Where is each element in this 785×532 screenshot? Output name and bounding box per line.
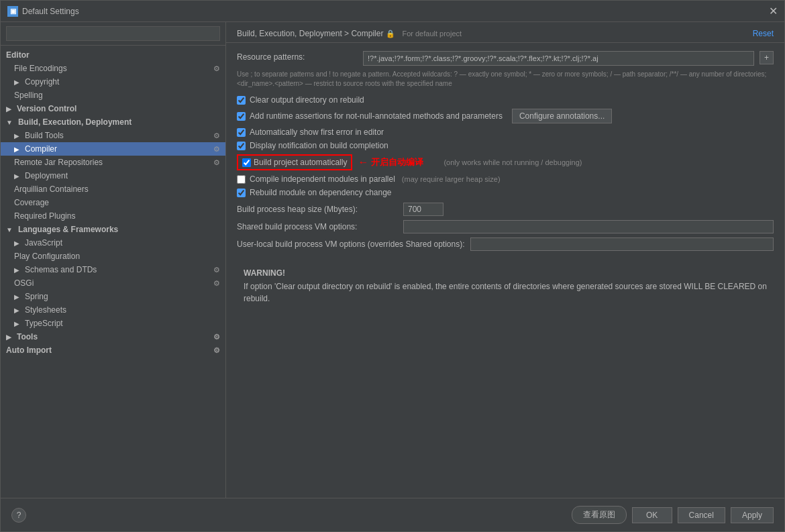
resource-patterns-browse-button[interactable]: + xyxy=(760,51,774,64)
bottom-right: 查看原图 OK Cancel Apply xyxy=(572,506,774,524)
expand-lang-icon: ▼ xyxy=(6,226,13,233)
resource-patterns-hint: Use ; to separate patterns and ! to nega… xyxy=(237,70,774,89)
heap-size-label: Build process heap size (Mbytes): xyxy=(237,205,398,214)
compile-parallel-label: Compile independent modules in parallel xyxy=(250,174,395,184)
expand-compiler-icon: ▶ xyxy=(14,146,19,153)
view-original-button[interactable]: 查看原图 xyxy=(572,506,627,524)
osgi-icon: ⚙ xyxy=(213,279,220,288)
help-button[interactable]: ? xyxy=(11,508,26,523)
display-notification-checkbox[interactable] xyxy=(237,142,246,150)
sidebar-item-typescript[interactable]: ▶ TypeScript xyxy=(1,317,225,330)
clear-output-row: Clear output directory on rebuild xyxy=(237,95,774,105)
window-title: Default Settings xyxy=(22,7,79,16)
ok-button[interactable]: OK xyxy=(632,507,672,523)
for-default-label: For default project xyxy=(402,30,462,38)
sidebar-item-required-plugins[interactable]: Required Plugins xyxy=(1,209,225,223)
expand-vc-icon: ▶ xyxy=(6,105,11,113)
build-auto-box: Build project automatically xyxy=(237,154,352,170)
configure-annotations-button[interactable]: Configure annotations... xyxy=(512,109,612,123)
clear-output-checkbox[interactable] xyxy=(237,96,246,105)
expand-copyright-icon: ▶ xyxy=(14,78,19,86)
build-auto-row: Build project automatically ← 开启自动编译 (on… xyxy=(237,154,774,170)
reset-button[interactable]: Reset xyxy=(753,29,774,38)
auto-show-error-row: Automatically show first error in editor xyxy=(237,127,774,137)
schemas-icon: ⚙ xyxy=(213,266,220,274)
build-auto-checkbox[interactable] xyxy=(242,158,251,167)
sidebar-item-languages[interactable]: ▼ Languages & Frameworks xyxy=(1,223,225,236)
sidebar-item-remote-jar[interactable]: Remote Jar Repositories ⚙ xyxy=(1,156,225,169)
sidebar-item-version-control[interactable]: ▶ Version Control xyxy=(1,102,225,115)
expand-js-icon: ▶ xyxy=(14,240,19,247)
sidebar-item-coverage[interactable]: Coverage xyxy=(1,196,225,209)
expand-ts-icon: ▶ xyxy=(14,320,19,327)
sidebar-item-osgi[interactable]: OSGi ⚙ xyxy=(1,276,225,290)
sidebar-item-schemas-dtds[interactable]: ▶ Schemas and DTDs ⚙ xyxy=(1,263,225,276)
heap-size-input[interactable] xyxy=(403,203,443,216)
heap-size-row: Build process heap size (Mbytes): xyxy=(237,203,774,216)
display-notification-label: Display notification on build completion xyxy=(250,141,388,150)
sidebar-item-tools[interactable]: ▶ Tools ⚙ xyxy=(1,330,225,343)
sidebar-item-auto-import[interactable]: Auto Import ⚙ xyxy=(1,343,225,357)
rebuild-module-checkbox[interactable] xyxy=(237,189,246,197)
shared-vm-input[interactable] xyxy=(403,220,774,233)
main-window: ▣ Default Settings ✕ Editor File Encodin… xyxy=(0,0,785,532)
content-area: Editor File Encodings ⚙ ▶ Copyright xyxy=(1,22,784,498)
apply-button[interactable]: Apply xyxy=(731,507,774,523)
build-tools-icon: ⚙ xyxy=(213,131,220,140)
breadcrumb: Build, Execution, Deployment > Compiler xyxy=(237,29,383,38)
display-notification-row: Display notification on build completion xyxy=(237,141,774,150)
auto-show-error-label: Automatically show first error in editor xyxy=(250,127,384,137)
sidebar-item-copyright[interactable]: ▶ Copyright xyxy=(1,75,225,89)
title-bar: ▣ Default Settings ✕ xyxy=(1,1,784,22)
sidebar-item-deployment[interactable]: ▶ Deployment xyxy=(1,169,225,182)
bottom-bar: ? 查看原图 OK Cancel Apply xyxy=(1,498,784,531)
sidebar-item-compiler[interactable]: ▶ Compiler ⚙ xyxy=(1,142,225,156)
add-runtime-row: Add runtime assertions for not-null-anno… xyxy=(237,109,774,123)
compile-parallel-row: Compile independent modules in parallel … xyxy=(237,174,774,184)
build-auto-side-note: (only works while not running / debuggin… xyxy=(443,158,582,166)
expand-bt-icon: ▶ xyxy=(14,132,19,140)
clear-output-label: Clear output directory on rebuild xyxy=(250,95,364,105)
sidebar-item-arquillian[interactable]: Arquillian Containers xyxy=(1,182,225,196)
lock-icon: 🔒 xyxy=(386,30,395,38)
rebuild-module-row: Rebuild module on dependency change xyxy=(237,188,774,197)
compile-parallel-checkbox[interactable] xyxy=(237,175,246,184)
warning-body: If option 'Clear output directory on reb… xyxy=(244,280,767,305)
sidebar-item-build-tools[interactable]: ▶ Build Tools ⚙ xyxy=(1,129,225,142)
panel-header: Build, Execution, Deployment > Compiler … xyxy=(226,22,784,43)
shared-vm-row: Shared build process VM options: xyxy=(237,220,774,233)
annotation-arrow: ← xyxy=(358,156,368,168)
user-vm-input[interactable] xyxy=(470,237,774,251)
auto-import-icon: ⚙ xyxy=(213,346,220,355)
sidebar-item-build-execution[interactable]: ▼ Build, Execution, Deployment xyxy=(1,115,225,129)
sidebar-item-play-config[interactable]: Play Configuration xyxy=(1,250,225,263)
expand-deploy-icon: ▶ xyxy=(14,172,19,180)
resource-patterns-input[interactable] xyxy=(363,51,754,66)
sidebar-item-spring[interactable]: ▶ Spring xyxy=(1,290,225,303)
right-panel: Build, Execution, Deployment > Compiler … xyxy=(226,22,784,498)
sidebar: Editor File Encodings ⚙ ▶ Copyright xyxy=(1,22,226,498)
warning-box: WARNING! If option 'Clear output directo… xyxy=(237,262,774,311)
sidebar-item-file-encodings[interactable]: File Encodings ⚙ xyxy=(1,62,225,75)
compiler-icon: ⚙ xyxy=(213,145,220,154)
add-runtime-label: Add runtime assertions for not-null-anno… xyxy=(250,111,503,121)
add-runtime-checkbox[interactable] xyxy=(237,112,246,121)
sidebar-item-spelling[interactable]: Spelling xyxy=(1,89,225,102)
user-vm-row: User-local build process VM options (ove… xyxy=(237,237,774,251)
close-button[interactable]: ✕ xyxy=(769,6,778,17)
user-vm-label: User-local build process VM options (ove… xyxy=(237,240,465,249)
resource-patterns-label: Resource patterns: xyxy=(237,51,358,62)
search-input[interactable] xyxy=(6,26,220,41)
expand-bed-icon: ▼ xyxy=(6,119,13,126)
tools-icon: ⚙ xyxy=(213,333,220,341)
tree-area: Editor File Encodings ⚙ ▶ Copyright xyxy=(1,46,225,498)
auto-show-error-checkbox[interactable] xyxy=(237,128,246,137)
rebuild-module-label: Rebuild module on dependency change xyxy=(250,188,392,197)
sidebar-item-editor[interactable]: Editor xyxy=(1,48,225,62)
sidebar-item-stylesheets[interactable]: ▶ Stylesheets xyxy=(1,303,225,317)
sidebar-item-javascript[interactable]: ▶ JavaScript xyxy=(1,236,225,250)
cancel-button[interactable]: Cancel xyxy=(678,507,725,523)
shared-vm-label: Shared build process VM options: xyxy=(237,222,398,231)
expand-stylesheets-icon: ▶ xyxy=(14,307,19,314)
annotation-text: 开启自动编译 xyxy=(371,156,423,168)
